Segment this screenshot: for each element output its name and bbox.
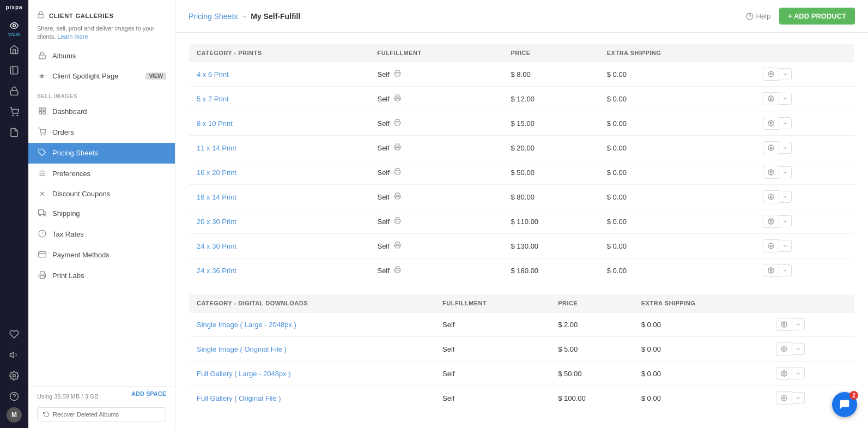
gear-button[interactable] [763,264,779,277]
gear-button[interactable] [776,367,792,380]
prints-col-extra-shipping: EXTRA SHIPPING [599,44,755,62]
sidebar-item-payment-methods[interactable]: Payment Methods [28,245,175,266]
svg-rect-40 [396,148,399,150]
nav-view[interactable]: VIEW [3,19,25,39]
gear-button[interactable] [763,92,779,105]
nav-settings[interactable] [3,366,25,385]
tax-icon [37,230,47,239]
add-space-button[interactable]: ADD SPACE [131,390,166,397]
fulfillment-label: Self [377,168,389,177]
svg-rect-38 [396,123,399,125]
table-row: 11 x 14 Print Self $ 20.00 $ 0.00 [189,136,855,160]
digital-col-extra-shipping: EXTRA SHIPPING [634,294,769,312]
chevron-down-button[interactable] [779,264,792,276]
gear-button[interactable] [763,215,779,228]
chevron-down-button[interactable] [792,367,805,379]
svg-point-41 [770,147,772,149]
nav-marketing[interactable] [3,345,25,365]
chat-bubble[interactable]: 2 [832,392,857,417]
svg-rect-42 [396,172,399,174]
extra-shipping-cell: $ 0.00 [599,258,755,283]
chevron-down-button[interactable] [779,142,792,154]
price-cell: $ 2.00 [550,312,634,337]
chevron-down-button[interactable] [792,318,805,330]
gear-button[interactable] [776,342,792,355]
sidebar: CLIENT GALLERIES Share, sell, proof and … [28,0,175,428]
nav-pages[interactable] [3,123,25,142]
add-product-button[interactable]: + ADD PRODUCT [779,8,855,25]
gear-button[interactable] [763,117,779,130]
nav-lock[interactable] [3,81,25,101]
printlabs-icon [37,271,47,281]
price-cell: $ 100.00 [550,386,634,411]
user-avatar[interactable]: M [7,407,22,423]
product-link[interactable]: 16 x 20 Print [197,168,236,177]
product-link[interactable]: Single Image ( Original File ) [197,345,287,353]
sidebar-item-orders[interactable]: Orders [28,122,175,143]
learn-more-link[interactable]: Learn more [57,33,88,40]
fulfillment-cell: Self [377,168,495,177]
nav-home[interactable] [3,40,25,59]
chevron-down-button[interactable] [792,392,805,404]
actions-cell [763,68,847,81]
chevron-down-button[interactable] [779,215,792,227]
fulfillment-label: Self [377,119,389,128]
digital-section: CATEGORY - DIGITAL DOWNLOADS FULFILLMENT… [189,294,855,411]
product-link[interactable]: 24 x 30 Print [197,242,236,250]
chevron-down-button[interactable] [779,240,792,252]
prints-section: CATEGORY - PRINTS FULFILLMENT PRICE EXTR… [189,44,855,283]
nav-help[interactable] [3,387,25,406]
sidebar-item-tax-rates[interactable]: Tax Rates [28,224,175,245]
digital-table: CATEGORY - DIGITAL DOWNLOADS FULFILLMENT… [189,294,855,411]
svg-point-47 [770,221,772,222]
chevron-down-button[interactable] [779,191,792,203]
gear-button[interactable] [776,391,792,405]
chevron-down-button[interactable] [779,117,792,129]
nav-edit[interactable] [3,61,25,80]
gear-button[interactable] [763,239,779,252]
svg-rect-12 [39,108,41,110]
product-link[interactable]: 5 x 7 Print [197,95,229,103]
actions-cell [763,117,847,130]
product-link[interactable]: 20 x 30 Print [197,218,236,226]
product-link[interactable]: 11 x 14 Print [197,144,236,152]
actions-cell [763,92,847,105]
sidebar-section-header: CLIENT GALLERIES [28,0,175,25]
chevron-down-button[interactable] [779,166,792,178]
product-link[interactable]: 4 x 6 Print [197,70,229,79]
sidebar-item-print-labs[interactable]: Print Labs [28,266,175,286]
preferences-icon [37,169,47,179]
sidebar-item-discount-coupons[interactable]: ✕ Discount Coupons [28,184,175,203]
sidebar-item-client-spotlight[interactable]: ★ Client Spotlight Page VIEW [28,67,175,86]
sidebar-item-shipping[interactable]: Shipping [28,203,175,224]
chevron-down-button[interactable] [779,93,792,105]
gear-button[interactable] [776,318,792,331]
sidebar-item-dashboard[interactable]: Dashboard [28,101,175,122]
product-link[interactable]: Full Gallery ( Original File ) [197,394,281,402]
svg-rect-1 [10,67,18,74]
product-link[interactable]: Full Gallery ( Large - 2048px ) [197,370,291,378]
gear-button[interactable] [763,141,779,154]
sidebar-item-pricing-sheets[interactable]: Pricing Sheets [28,143,175,164]
gear-button[interactable] [763,166,779,179]
nav-shop[interactable] [3,102,25,122]
help-link[interactable]: Help [746,12,770,20]
recover-albums-button[interactable]: Recover Deleted Albums [37,407,166,421]
product-link[interactable]: 8 x 10 Print [197,119,233,128]
product-link[interactable]: 24 x 36 Print [197,267,236,275]
sidebar-item-albums[interactable]: Albums [28,46,175,67]
sidebar-item-preferences[interactable]: Preferences [28,164,175,184]
chevron-down-button[interactable] [792,343,805,355]
actions-cell [763,239,847,252]
product-link[interactable]: Single Image ( Large - 2048px ) [197,321,296,329]
svg-rect-31 [40,276,44,279]
nav-plugins[interactable] [3,324,25,344]
gear-button[interactable] [763,190,779,203]
gear-button[interactable] [763,68,779,81]
product-link[interactable]: 16 x 14 Print [197,193,236,201]
price-cell: $ 20.00 [503,136,599,160]
extra-shipping-cell: $ 0.00 [599,160,755,185]
printer-icon [394,266,401,275]
chevron-down-button[interactable] [779,68,792,80]
breadcrumb-link[interactable]: Pricing Sheets [189,12,238,21]
